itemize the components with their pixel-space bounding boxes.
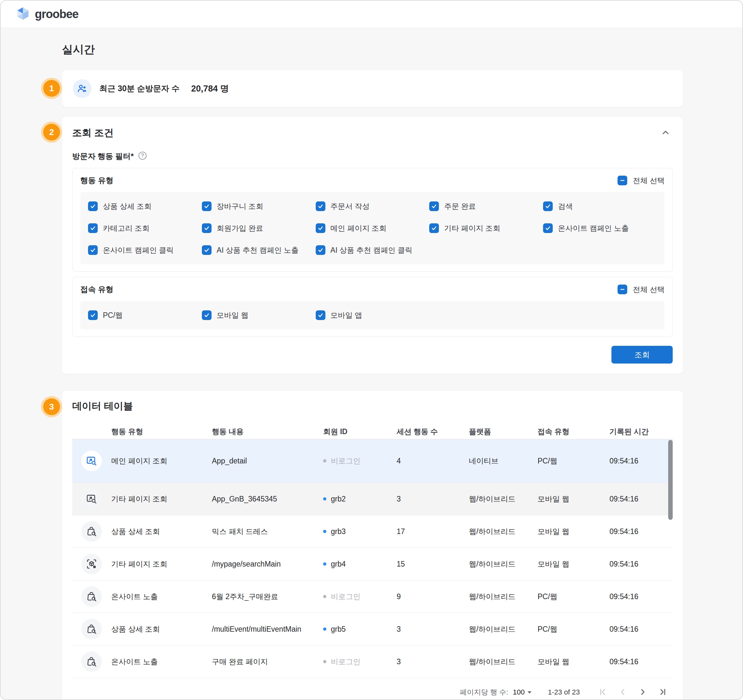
column-header-session-count: 세션 행동 수: [397, 427, 469, 437]
indeterminate-checkbox-icon[interactable]: [617, 176, 627, 185]
cell-session-count: 3: [397, 657, 469, 666]
collapse-button[interactable]: [659, 126, 673, 140]
behavior-option-label: 장바구니 조회: [217, 201, 263, 211]
checked-checkbox-icon[interactable]: [429, 201, 439, 211]
cube-scan-icon: [81, 554, 102, 574]
member-id-text: grb2: [331, 495, 346, 504]
visitor-count-card: 1 최근 30분 순방문자 수 20,784 명: [62, 70, 683, 107]
checked-checkbox-icon[interactable]: [88, 310, 98, 320]
search-button[interactable]: 조회: [611, 346, 673, 363]
cell-access-type: PC/웹: [537, 592, 610, 602]
behavior-option[interactable]: 기타 페이지 조회: [429, 217, 543, 239]
behavior-option[interactable]: AI 상품 추천 캠페인 클릭: [316, 239, 429, 261]
checked-checkbox-icon[interactable]: [202, 310, 212, 320]
behavior-option[interactable]: 온사이트 캠페인 노출: [543, 217, 657, 239]
cell-member-id: grb4: [323, 560, 397, 569]
row-icon-cell: [72, 450, 111, 471]
cell-behavior-type: 메인 페이지 조회: [111, 456, 212, 466]
cell-behavior-type: 온사이트 노출: [111, 657, 212, 667]
visitor-behavior-filter-label: 방문자 행동 필터*: [72, 151, 134, 161]
last-page-button[interactable]: [653, 686, 673, 699]
behavior-option[interactable]: 온사이트 캠페인 클릭: [88, 239, 202, 261]
behavior-option-label: 주문 완료: [444, 201, 476, 211]
access-option[interactable]: 모바일 웹: [202, 304, 316, 326]
checked-checkbox-icon[interactable]: [88, 245, 98, 255]
table-row[interactable]: 기타 페이지 조회App_GnB_3645345grb23웹/하이브리드모바일 …: [72, 483, 673, 515]
previous-page-button[interactable]: [613, 686, 633, 699]
bag-search-icon: [81, 651, 102, 672]
groobee-logo[interactable]: groobee: [15, 6, 78, 22]
checked-checkbox-icon[interactable]: [316, 245, 326, 255]
behavior-option[interactable]: 검색: [543, 195, 657, 217]
table-row[interactable]: 기타 페이지 조회/mypage/searchMaingrb415웹/하이브리드…: [72, 548, 673, 580]
member-status-dot-blue: [323, 628, 326, 631]
table-body: 메인 페이지 조회App_detail비로그인4네이티브PC/웹09:54:16…: [72, 439, 673, 678]
checked-checkbox-icon[interactable]: [316, 310, 326, 320]
checked-checkbox-icon[interactable]: [88, 201, 98, 211]
behavior-option[interactable]: 상품 상세 조회: [88, 195, 202, 217]
table-scrollbar-track: [668, 440, 673, 677]
checked-checkbox-icon[interactable]: [316, 201, 326, 211]
checked-checkbox-icon[interactable]: [429, 223, 439, 233]
indeterminate-checkbox-icon[interactable]: [617, 285, 627, 294]
access-option[interactable]: 모바일 앱: [316, 304, 429, 326]
first-page-button[interactable]: [593, 686, 613, 699]
query-card-title: 조회 조건: [72, 126, 114, 140]
behavior-select-all[interactable]: 전체 선택: [617, 176, 665, 186]
behavior-option-label: 회원가입 완료: [217, 223, 263, 233]
cell-access-type: PC/웹: [537, 456, 610, 466]
behavior-option[interactable]: 주문 완료: [429, 195, 543, 217]
column-header-platform: 플랫폼: [469, 427, 537, 437]
row-icon-cell: [72, 554, 111, 574]
cell-behavior-content: App_detail: [212, 457, 323, 465]
behavior-option-label: 상품 상세 조회: [103, 201, 152, 211]
access-select-all[interactable]: 전체 선택: [617, 285, 665, 295]
cell-behavior-content: /multiEvent/multiEventMain: [212, 625, 323, 634]
table-row[interactable]: 상품 상세 조회/multiEvent/multiEventMaingrb53웹…: [72, 613, 673, 645]
behavior-option[interactable]: 장바구니 조회: [202, 195, 316, 217]
cell-platform: 웹/하이브리드: [469, 559, 537, 569]
behavior-option[interactable]: 카테고리 조회: [88, 217, 202, 239]
table-row[interactable]: 온사이트 노출6월 2주차_구매완료비로그인9웹/하이브리드PC/웹09:54:…: [72, 580, 673, 613]
data-table-card: 3 데이터 테이블 행동 유형행동 내용회원 ID세션 행동 수플랫폼접속 유형…: [62, 391, 683, 700]
cell-platform: 웹/하이브리드: [469, 657, 537, 667]
access-type-section: 접속 유형 전체 선택 PC/웹모바일 웹모바일 앱: [72, 277, 673, 337]
bag-search-icon: [81, 521, 102, 542]
rows-per-page-select[interactable]: 100: [513, 688, 532, 697]
column-header-access-type: 접속 유형: [537, 427, 610, 437]
cell-member-id: grb5: [323, 625, 397, 634]
help-button[interactable]: ?: [138, 151, 147, 161]
checked-checkbox-icon[interactable]: [316, 223, 326, 233]
next-page-button[interactable]: [633, 686, 653, 699]
checked-checkbox-icon[interactable]: [543, 201, 553, 211]
access-type-title: 접속 유형: [80, 284, 114, 295]
checked-checkbox-icon[interactable]: [543, 223, 553, 233]
behavior-option[interactable]: 주문서 작성: [316, 195, 429, 217]
access-option[interactable]: PC/웹: [88, 304, 202, 326]
behavior-option[interactable]: AI 상품 추천 캠페인 노출: [202, 239, 316, 261]
svg-text:?: ?: [141, 153, 144, 158]
behavior-option[interactable]: 회원가입 완료: [202, 217, 316, 239]
page-title: 실시간: [62, 42, 683, 57]
help-icon: ?: [138, 151, 147, 161]
rows-per-page-label: 페이지당 행 수:: [460, 687, 508, 697]
checked-checkbox-icon[interactable]: [202, 245, 212, 255]
member-status-dot-blue: [323, 530, 326, 533]
checked-checkbox-icon[interactable]: [202, 223, 212, 233]
table-row[interactable]: 메인 페이지 조회App_detail비로그인4네이티브PC/웹09:54:16: [72, 439, 673, 483]
table-row[interactable]: 온사이트 노출구매 완료 페이지비로그인3웹/하이브리드모바일 웹09:54:1…: [72, 645, 673, 678]
cell-behavior-type: 온사이트 노출: [111, 592, 212, 602]
cell-access-type: 모바일 웹: [537, 494, 610, 504]
cell-platform: 웹/하이브리드: [469, 527, 537, 537]
member-id-text: 비로그인: [331, 592, 361, 602]
table-scrollbar-thumb[interactable]: [668, 440, 673, 520]
checked-checkbox-icon[interactable]: [88, 223, 98, 233]
access-option-label: PC/웹: [103, 310, 123, 320]
behavior-option[interactable]: 메인 페이지 조회: [316, 217, 429, 239]
row-icon-cell: [72, 586, 111, 607]
bag-search-icon: [81, 619, 102, 639]
table-row[interactable]: 상품 상세 조회믹스 패치 드레스grb317웹/하이브리드모바일 웹09:54…: [72, 515, 673, 548]
table-card-title: 데이터 테이블: [72, 400, 673, 413]
cell-behavior-content: 믹스 패치 드레스: [212, 527, 323, 537]
checked-checkbox-icon[interactable]: [202, 201, 212, 211]
